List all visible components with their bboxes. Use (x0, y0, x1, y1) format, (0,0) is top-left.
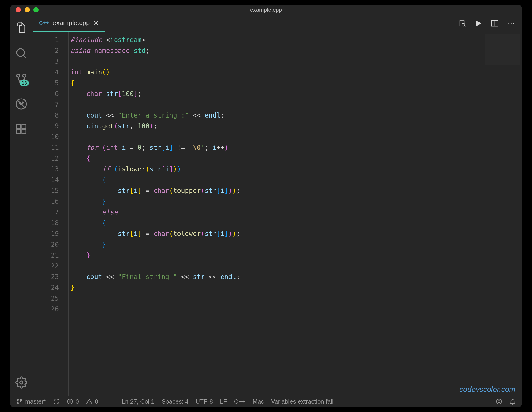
cursor-position[interactable]: Ln 27, Col 1 (122, 398, 154, 405)
window: example.cpp 13 (10, 5, 522, 407)
svg-line-1 (23, 56, 26, 58)
extra-status[interactable]: Variables extraction fail (271, 398, 334, 405)
language-icon: C++ (39, 20, 49, 26)
titlebar: example.cpp (10, 5, 522, 15)
svg-point-20 (17, 403, 19, 404)
find-in-file-icon[interactable] (458, 19, 466, 28)
feedback-smiley-icon[interactable] (496, 398, 502, 405)
svg-point-2 (17, 74, 20, 77)
notifications-bell-icon[interactable] (509, 398, 516, 405)
tab-filename: example.cpp (53, 19, 90, 27)
svg-rect-12 (22, 130, 26, 134)
encoding[interactable]: UTF-8 (196, 398, 213, 405)
svg-rect-9 (17, 125, 21, 129)
watermark: codevscolor.com (459, 385, 515, 394)
close-tab-icon[interactable]: ✕ (94, 19, 99, 27)
minimap[interactable] (485, 34, 520, 65)
run-icon[interactable] (474, 19, 483, 28)
svg-point-29 (499, 401, 500, 401)
extensions-icon[interactable] (15, 123, 27, 135)
activity-bar: 13 (10, 15, 33, 396)
warnings-count[interactable]: 0 (86, 398, 98, 405)
source-control-icon[interactable]: 13 (15, 73, 27, 85)
tab-bar: C++ example.cpp ✕ ⋯ (33, 15, 522, 32)
line-number-gutter: 1234567891011121314151617181920212223242… (33, 32, 68, 396)
svg-point-13 (20, 381, 23, 384)
svg-rect-10 (22, 125, 26, 129)
window-title: example.cpp (10, 7, 522, 13)
status-bar: master* 0 0 Ln 27, Col 1 Spaces: 4 UTF-8… (10, 396, 522, 407)
svg-point-3 (23, 74, 26, 77)
code-area[interactable]: #include <iostream>using namespace std; … (68, 32, 522, 396)
editor-group: C++ example.cpp ✕ ⋯ (33, 15, 522, 396)
split-editor-icon[interactable] (491, 19, 499, 28)
language-mode[interactable]: C++ (234, 398, 245, 405)
indentation[interactable]: Spaces: 4 (162, 398, 189, 405)
svg-point-19 (17, 399, 19, 401)
svg-point-28 (498, 401, 498, 401)
sync-icon[interactable] (53, 398, 60, 405)
body: 13 C++ example.cpp ✕ (10, 15, 522, 396)
git-branch[interactable]: master* (16, 398, 46, 405)
debug-icon[interactable] (15, 98, 27, 110)
editor[interactable]: 1234567891011121314151617181920212223242… (33, 32, 522, 396)
svg-line-6 (17, 100, 26, 108)
svg-point-27 (497, 399, 502, 404)
tab-example-cpp[interactable]: C++ example.cpp ✕ (33, 15, 105, 32)
svg-point-7 (19, 102, 20, 103)
scm-badge: 13 (20, 80, 29, 86)
os-label[interactable]: Mac (253, 398, 264, 405)
svg-point-8 (22, 102, 23, 103)
svg-line-16 (465, 26, 466, 27)
explorer-icon[interactable] (15, 22, 27, 34)
search-icon[interactable] (15, 47, 27, 59)
svg-point-0 (17, 49, 25, 57)
errors-count[interactable]: 0 (67, 398, 79, 405)
svg-rect-11 (17, 130, 21, 134)
settings-gear-icon[interactable] (15, 376, 27, 389)
more-actions-icon[interactable]: ⋯ (507, 19, 515, 28)
editor-actions: ⋯ (458, 15, 522, 32)
eol[interactable]: LF (220, 398, 227, 405)
svg-point-21 (20, 399, 22, 401)
